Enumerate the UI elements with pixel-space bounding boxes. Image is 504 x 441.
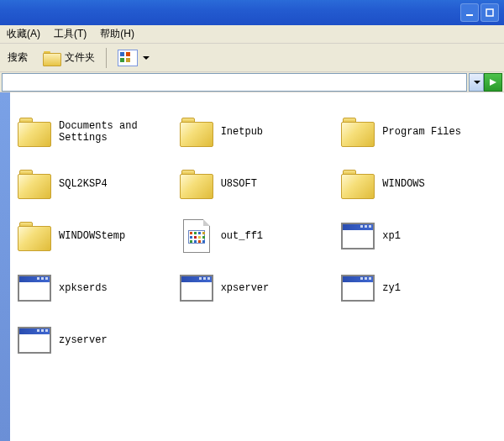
application-icon <box>18 275 51 302</box>
file-item-label: WINDOWStemp <box>59 230 125 242</box>
file-item[interactable]: Program Files <box>340 108 499 156</box>
file-item[interactable]: Inetpub <box>179 108 338 156</box>
folder-icon <box>18 170 51 198</box>
content-wrapper: Documents and SettingsInetpubProgram Fil… <box>0 92 504 441</box>
file-item[interactable]: xp1 <box>340 212 499 260</box>
menubar: 收藏(A) 工具(T) 帮助(H) <box>0 25 504 44</box>
file-icon <box>183 219 210 253</box>
menu-tools[interactable]: 工具(T) <box>49 25 92 43</box>
file-item-label: xpkserds <box>59 282 108 294</box>
folder-icon <box>341 170 375 198</box>
file-item-label: U8SOFT <box>221 178 257 190</box>
svg-rect-0 <box>466 14 473 16</box>
folder-icon <box>341 118 375 146</box>
application-icon <box>341 223 375 249</box>
address-dropdown-button[interactable] <box>469 73 484 92</box>
file-item[interactable]: WINDOWS <box>340 160 499 208</box>
file-item[interactable]: SQL2KSP4 <box>17 160 176 208</box>
file-item[interactable]: U8SOFT <box>179 160 338 208</box>
toolbar: 搜索 文件夹 <box>0 44 504 72</box>
file-item[interactable]: WINDOWStemp <box>17 212 176 260</box>
folders-label: 文件夹 <box>65 50 95 65</box>
search-label: 搜索 <box>8 50 28 65</box>
search-button[interactable]: 搜索 <box>2 48 34 67</box>
file-item-label: SQL2KSP4 <box>59 178 108 190</box>
file-item[interactable]: out_ff1 <box>179 212 338 260</box>
menu-favorites[interactable]: 收藏(A) <box>2 25 45 43</box>
tasks-panel-edge <box>0 92 10 441</box>
folder-icon <box>18 118 51 146</box>
application-icon <box>341 275 375 302</box>
minimize-button[interactable] <box>460 3 479 22</box>
file-item[interactable]: xpserver <box>179 264 338 312</box>
file-item[interactable]: Documents and Settings <box>17 108 176 156</box>
svg-rect-1 <box>486 9 493 16</box>
file-item[interactable]: xpkserds <box>17 264 176 312</box>
file-item-label: zy1 <box>382 282 401 294</box>
file-item[interactable]: zy1 <box>340 264 499 312</box>
file-item-label: zyserver <box>59 334 108 346</box>
folders-button[interactable]: 文件夹 <box>37 47 101 69</box>
file-item-label: Program Files <box>382 126 461 138</box>
folder-icon <box>180 170 213 198</box>
toolbar-separator <box>106 48 107 68</box>
file-item[interactable]: zyserver <box>17 316 176 365</box>
folder-icon <box>180 118 213 146</box>
file-item-label: out_ff1 <box>221 230 263 242</box>
views-icon <box>118 50 138 66</box>
file-item-label: xpserver <box>221 282 270 294</box>
chevron-down-icon <box>474 81 480 84</box>
folder-icon <box>43 50 61 66</box>
maximize-button[interactable] <box>480 3 499 22</box>
application-icon <box>18 327 51 354</box>
application-icon <box>180 275 213 302</box>
window-titlebar <box>0 0 504 25</box>
menu-help[interactable]: 帮助(H) <box>95 25 139 43</box>
file-item-label: xp1 <box>382 230 401 242</box>
views-button[interactable] <box>112 47 155 69</box>
file-item-label: Documents and Settings <box>59 120 155 144</box>
file-item-label: WINDOWS <box>382 178 424 190</box>
folder-icon <box>18 222 51 250</box>
file-list: Documents and SettingsInetpubProgram Fil… <box>10 92 504 441</box>
address-input[interactable] <box>2 73 467 92</box>
chevron-down-icon <box>143 56 150 60</box>
go-button[interactable] <box>484 73 502 92</box>
address-bar <box>0 72 504 92</box>
file-item-label: Inetpub <box>221 126 263 138</box>
